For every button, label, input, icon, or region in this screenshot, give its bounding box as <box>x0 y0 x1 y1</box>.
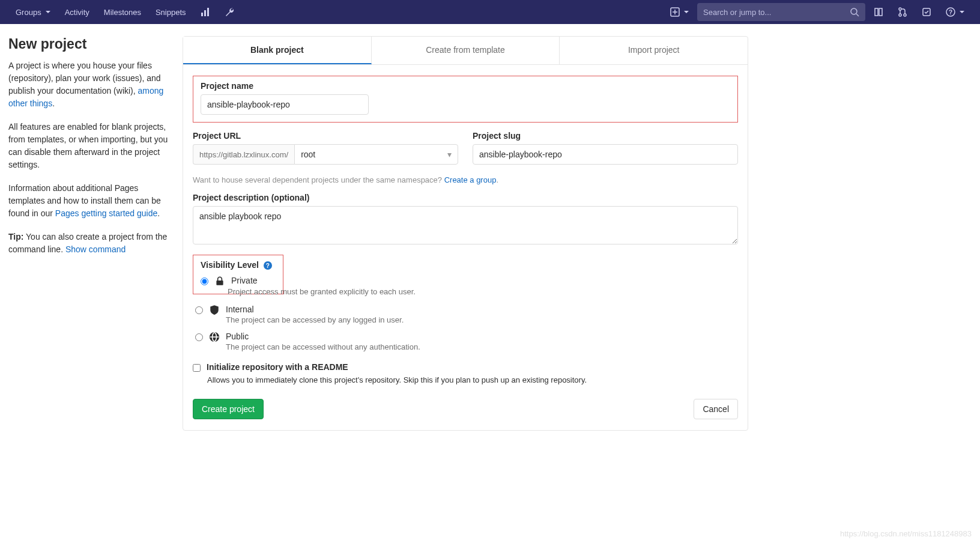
shield-icon <box>209 305 220 315</box>
svg-point-8 <box>899 14 901 16</box>
cancel-button[interactable]: Cancel <box>694 399 738 419</box>
sidebar-paragraph-2: All features are enabled for blank proje… <box>8 121 168 171</box>
chart-icon <box>201 7 210 17</box>
search-box[interactable] <box>697 3 865 21</box>
nav-groups[interactable]: Groups <box>10 4 56 20</box>
wrench-icon <box>225 7 234 17</box>
nav-issues-icon[interactable] <box>868 4 889 20</box>
svg-point-4 <box>851 8 857 14</box>
readme-desc: Allows you to immediately clone this pro… <box>207 375 738 384</box>
visibility-public-radio[interactable] <box>195 333 203 341</box>
sidebar-paragraph-1: A project is where you house your files … <box>8 59 168 110</box>
svg-rect-5 <box>875 8 878 16</box>
svg-text:?: ? <box>949 9 952 16</box>
chevron-down-icon <box>46 11 50 13</box>
visibility-internal-desc: The project can be accessed by any logge… <box>226 315 404 324</box>
svg-rect-2 <box>207 8 209 16</box>
chevron-down-icon <box>960 11 964 13</box>
description-label: Project description (optional) <box>193 193 738 202</box>
svg-rect-13 <box>216 281 223 285</box>
visibility-internal-radio[interactable] <box>195 306 203 314</box>
tab-blank-project[interactable]: Blank project <box>183 37 372 64</box>
nav-help[interactable]: ? <box>940 4 970 20</box>
visibility-private-desc: Project access must be granted explicitl… <box>228 287 738 296</box>
visibility-private-radio[interactable] <box>201 278 208 285</box>
visibility-internal-title: Internal <box>226 305 404 314</box>
svg-rect-1 <box>204 10 206 16</box>
nav-analytics-icon[interactable] <box>195 4 216 20</box>
project-name-highlight: Project name <box>193 76 738 123</box>
chevron-down-icon: ▾ <box>447 150 452 159</box>
main-panel: Blank project Create from template Impor… <box>183 36 748 431</box>
top-navbar: Groups Activity Milestones Snippets <box>0 0 980 24</box>
chevron-down-icon <box>684 11 689 13</box>
plus-square-icon <box>670 7 680 17</box>
todo-icon <box>922 7 931 17</box>
namespace-value: root <box>301 150 315 159</box>
tab-import-project[interactable]: Import project <box>560 37 748 64</box>
link-show-command[interactable]: Show command <box>65 244 126 254</box>
tabs: Blank project Create from template Impor… <box>183 37 748 65</box>
search-icon <box>850 7 859 17</box>
issues-icon <box>874 7 883 17</box>
svg-rect-0 <box>201 13 203 16</box>
project-name-label: Project name <box>201 81 730 91</box>
link-pages-guide[interactable]: Pages getting started guide <box>55 208 157 218</box>
project-name-input[interactable] <box>201 94 369 115</box>
project-slug-label: Project slug <box>473 131 738 141</box>
help-icon[interactable]: ? <box>264 261 272 270</box>
link-create-group[interactable]: Create a group <box>444 175 497 184</box>
nav-todos-icon[interactable] <box>916 4 937 20</box>
lock-icon <box>214 276 225 287</box>
description-input[interactable]: ansible playbook repo <box>193 206 738 244</box>
search-input[interactable] <box>703 8 850 17</box>
nav-activity[interactable]: Activity <box>59 4 95 20</box>
nav-merge-icon[interactable] <box>892 4 913 20</box>
project-url-label: Project URL <box>193 131 458 141</box>
readme-checkbox[interactable] <box>193 364 201 372</box>
nav-plus[interactable] <box>664 4 695 20</box>
visibility-public-desc: The project can be accessed without any … <box>226 342 420 351</box>
tip-label: Tip: <box>8 232 23 241</box>
visibility-label-text: Visibility Level <box>201 260 259 270</box>
svg-rect-6 <box>879 8 882 16</box>
sidebar: New project A project is where you house… <box>8 36 183 431</box>
globe-icon <box>209 332 220 342</box>
sidebar-paragraph-3: Information about additional Pages templ… <box>8 182 168 220</box>
svg-point-7 <box>899 8 901 10</box>
readme-label: Initialize repository with a README <box>207 362 348 372</box>
project-slug-input[interactable] <box>473 144 738 165</box>
visibility-private-title: Private <box>231 276 258 285</box>
nav-wrench-icon[interactable] <box>219 4 240 20</box>
svg-point-9 <box>904 14 906 16</box>
tab-create-from-template[interactable]: Create from template <box>372 37 560 64</box>
create-project-button[interactable]: Create project <box>193 399 264 419</box>
project-url-prefix: https://gitlab.lzxlinux.com/ <box>193 144 294 165</box>
page-title: New project <box>8 36 168 52</box>
merge-request-icon <box>898 7 907 17</box>
visibility-label: Visibility Level ? <box>201 260 272 270</box>
project-url-group: https://gitlab.lzxlinux.com/ root ▾ <box>193 144 458 165</box>
help-icon: ? <box>946 7 955 17</box>
sidebar-tip: Tip: You can also create a project from … <box>8 231 168 256</box>
group-hint: Want to house several dependent projects… <box>193 175 738 184</box>
visibility-public-title: Public <box>226 332 420 341</box>
namespace-select[interactable]: root ▾ <box>294 144 458 165</box>
nav-groups-label: Groups <box>16 8 41 17</box>
nav-snippets[interactable]: Snippets <box>150 4 192 20</box>
group-hint-text: Want to house several dependent projects… <box>193 175 444 184</box>
nav-milestones[interactable]: Milestones <box>98 4 147 20</box>
